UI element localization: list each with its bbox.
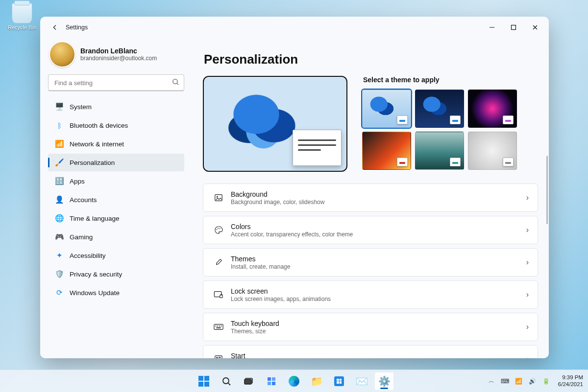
svg-point-22 (223, 378, 229, 384)
back-button[interactable] (48, 21, 62, 34)
svg-rect-16 (216, 327, 220, 328)
theme-option-2[interactable] (415, 90, 464, 128)
recycle-bin-icon (12, 3, 32, 23)
nav-label: Gaming (70, 233, 93, 241)
nav-label: Bluetooth & devices (70, 122, 128, 129)
nav-bluetooth[interactable]: ᛒBluetooth & devices (48, 116, 184, 134)
nav-system[interactable]: 🖥️System (48, 98, 184, 115)
profile-name: Brandon LeBlanc (80, 47, 157, 55)
recycle-bin[interactable]: Recycle Bin (5, 3, 39, 30)
paintbrush-icon: 🖌️ (55, 158, 64, 167)
mail[interactable]: ✉️ (352, 372, 371, 391)
card-background[interactable]: BackgroundBackground image, color, slide… (203, 184, 538, 212)
update-icon: ⟳ (55, 288, 64, 297)
svg-rect-12 (216, 325, 217, 326)
svg-rect-15 (221, 325, 222, 326)
taskbar-clock[interactable]: 9:39 PM 6/24/2021 (555, 374, 583, 387)
search (48, 74, 184, 91)
theme-option-3[interactable] (468, 90, 517, 128)
search-input[interactable] (48, 74, 184, 91)
theme-option-5[interactable] (415, 132, 464, 170)
card-title: Background (231, 190, 526, 198)
accessibility-icon: ✦ (55, 251, 64, 260)
wifi-tray-icon[interactable]: 📶 (514, 378, 524, 385)
store[interactable] (329, 372, 349, 391)
theme-option-1[interactable] (362, 90, 411, 128)
taskbar-search[interactable] (217, 372, 236, 391)
close-icon (532, 24, 538, 30)
nav-time[interactable]: 🌐Time & language (48, 209, 184, 227)
card-touch-keyboard[interactable]: Touch keyboardThemes, size › (203, 313, 538, 341)
file-explorer[interactable]: 📁 (307, 372, 326, 391)
profile[interactable]: Brandon LeBlanc brandoninsider@outlook.c… (49, 41, 183, 68)
svg-rect-13 (217, 325, 218, 326)
nav-personalization[interactable]: 🖌️Personalization (48, 154, 184, 171)
arrow-left-icon (51, 24, 58, 31)
svg-point-2 (173, 79, 177, 84)
desktop-preview (203, 76, 347, 172)
nav-accounts[interactable]: 👤Accounts (48, 191, 184, 208)
nav-label: Accessibility (70, 252, 106, 259)
avatar (49, 41, 75, 68)
taskbar: 📁 ✉️ ⚙️ ︿ ⌨ 📶 🔊 🔋 9:39 PM 6/24/2021 (0, 369, 588, 392)
nav-accessibility[interactable]: ✦Accessibility (48, 247, 184, 264)
gear-icon: ⚙️ (378, 375, 391, 387)
nav-apps[interactable]: 🔠Apps (48, 172, 184, 190)
mail-icon: ✉️ (356, 375, 368, 387)
svg-rect-11 (214, 324, 223, 330)
window-title: Settings (66, 24, 88, 31)
card-title: Colors (231, 223, 526, 231)
store-icon (334, 376, 344, 386)
card-title: Start (231, 352, 526, 359)
start-button[interactable] (194, 372, 214, 391)
nav-label: Personalization (70, 159, 115, 166)
edge[interactable] (284, 372, 304, 391)
chevron-right-icon: › (526, 323, 529, 331)
svg-rect-27 (272, 377, 275, 381)
theme-option-6[interactable] (468, 132, 517, 170)
nav-network[interactable]: 📶Network & internet (48, 135, 184, 153)
input-indicator-icon[interactable]: ⌨ (500, 378, 510, 385)
nav-gaming[interactable]: 🎮Gaming (48, 228, 184, 246)
battery-icon[interactable]: 🔋 (541, 378, 551, 385)
svg-point-8 (220, 228, 220, 229)
card-lockscreen[interactable]: Lock screenLock screen images, apps, ani… (203, 280, 538, 309)
minimize-button[interactable] (481, 20, 503, 35)
card-title: Themes (231, 255, 526, 263)
card-start[interactable]: StartRecent apps and items, folders › (203, 345, 538, 358)
card-subtitle: Install, create, manage (231, 263, 526, 270)
scrollbar[interactable] (546, 156, 548, 224)
sidebar: Brandon LeBlanc brandoninsider@outlook.c… (40, 38, 192, 358)
close-button[interactable] (524, 20, 546, 35)
recycle-bin-label: Recycle Bin (5, 24, 39, 30)
nav-label: Apps (70, 178, 85, 185)
minimize-icon (489, 24, 495, 30)
card-themes[interactable]: ThemesInstall, create, manage › (203, 248, 538, 277)
settings-app[interactable]: ⚙️ (374, 372, 394, 391)
nav-update[interactable]: ⟳Windows Update (48, 284, 184, 301)
palette-icon (212, 226, 225, 234)
tray-chevron-up-icon[interactable]: ︿ (487, 377, 496, 385)
task-view[interactable] (239, 372, 259, 391)
widgets-icon (267, 376, 276, 386)
system-tray: ︿ ⌨ 📶 🔊 🔋 9:39 PM 6/24/2021 (487, 374, 588, 387)
apps-icon: 🔠 (55, 177, 64, 185)
task-view-icon (244, 376, 254, 386)
page-title: Personalization (204, 52, 538, 67)
start-menu-icon (212, 355, 225, 358)
monitor-icon: 🖥️ (55, 102, 64, 111)
theme-option-4[interactable] (362, 132, 411, 170)
shield-icon: 🛡️ (55, 270, 64, 278)
volume-icon[interactable]: 🔊 (528, 378, 538, 385)
card-subtitle: Background image, color, slideshow (231, 199, 526, 206)
bluetooth-icon: ᛒ (55, 121, 64, 130)
svg-point-5 (217, 196, 218, 198)
card-colors[interactable]: ColorsAccent color, transparency effects… (203, 216, 538, 244)
profile-email: brandoninsider@outlook.com (80, 55, 157, 62)
svg-rect-14 (219, 325, 220, 326)
nav-label: Time & language (70, 215, 120, 222)
maximize-button[interactable] (503, 20, 524, 35)
svg-rect-28 (268, 382, 271, 385)
widgets[interactable] (262, 372, 281, 391)
nav-privacy[interactable]: 🛡️Privacy & security (48, 265, 184, 283)
